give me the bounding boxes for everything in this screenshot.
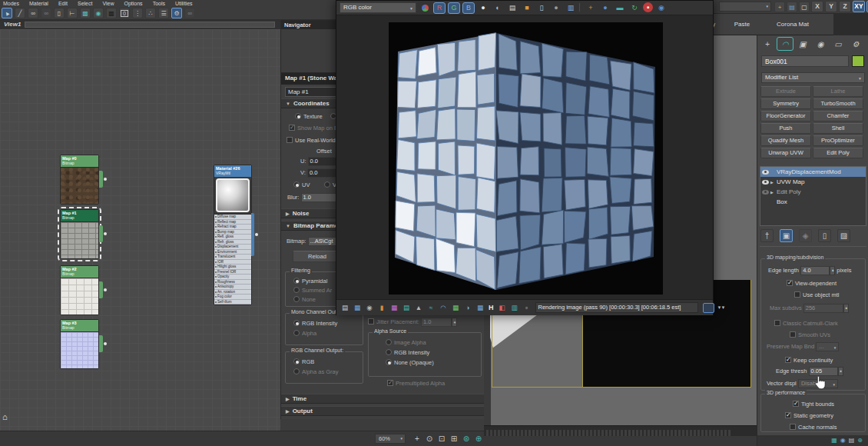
copy-to-clipboard-icon[interactable]: ▯ [535, 2, 548, 14]
object-name-field[interactable]: Box001 [761, 55, 849, 67]
alpha-rgb-intensity-radio[interactable]: RGB Intensity [386, 348, 429, 357]
track-mouse-icon[interactable]: ◉ [655, 2, 668, 14]
zero-smoothing-icon[interactable]: 0 [119, 8, 130, 18]
show-background-icon[interactable]: ▩ [106, 8, 117, 18]
zoom-region-icon[interactable]: ⊡ [436, 433, 447, 444]
zoom-extents-icon[interactable]: ⊞ [449, 433, 459, 444]
zoom-tool-icon[interactable]: ⊙ [424, 433, 435, 444]
node-map0-header[interactable]: Map #0Bitmap [61, 155, 98, 167]
layout-children-icon[interactable]: ⋮ [132, 8, 143, 18]
show-end-result-icon[interactable]: ▣ [780, 229, 793, 242]
menu-item-utilities[interactable]: Utilities [175, 0, 193, 7]
node-vraymtl-header[interactable]: Material #26VRayMtl [214, 165, 251, 177]
edge-length-row[interactable]: Edge length 4.0 pixels [768, 266, 851, 275]
icc-profile-icon[interactable]: ◑ [462, 302, 473, 313]
tab-strip[interactable] [25, 22, 275, 28]
delete-selected-icon[interactable]: ▯ [54, 8, 65, 18]
region-render-icon[interactable]: ● [599, 2, 611, 14]
footer-icon[interactable]: ◉ [840, 437, 846, 446]
menu-item-material[interactable]: Material [29, 0, 48, 7]
corona-mat-button[interactable]: Corona Mat [765, 18, 820, 31]
assign-material-icon[interactable]: ∞ [41, 8, 51, 18]
modifier-button[interactable]: Unwrap UVW [760, 148, 811, 158]
modifier-button[interactable]: FloorGenerator [760, 111, 811, 121]
node-map1[interactable]: Map #1Bitmap [60, 209, 99, 259]
rgb-radio[interactable]: RGB [293, 358, 314, 366]
motion-tab[interactable]: ◉ [812, 37, 829, 51]
connect-nodes-icon[interactable]: ⊢ [67, 8, 78, 18]
keep-continuity-checkbox[interactable]: Keep continuity [785, 356, 833, 365]
create-tab[interactable]: + [759, 37, 776, 51]
render-history-icon[interactable]: ● [550, 2, 562, 14]
monochrome-icon[interactable]: ◐ [492, 2, 504, 14]
render-map-icon[interactable]: ⚙ [171, 8, 182, 18]
pan-hand-icon[interactable]: + [412, 433, 422, 444]
exposure-icon[interactable]: ▤ [401, 302, 412, 313]
edge-thresh-row[interactable]: Edge thresh 0.05 [776, 367, 843, 376]
blue-channel-icon[interactable]: B [462, 2, 475, 14]
utilities-tab[interactable]: ⚙ [847, 37, 864, 51]
background-image-icon[interactable]: ▦ [475, 302, 485, 313]
output-socket[interactable] [104, 288, 107, 291]
node-map1-header[interactable]: Map #1Bitmap [61, 210, 98, 221]
curves-icon[interactable]: ◠ [438, 302, 449, 313]
named-selection-icon[interactable]: ▢ [799, 2, 810, 12]
none-filter-radio[interactable]: None [293, 295, 316, 304]
track-bar[interactable] [484, 425, 757, 436]
modifier-button[interactable]: Chamfer [813, 111, 863, 121]
remove-modifier-icon[interactable]: ▯ [818, 229, 831, 242]
compare-vertical-icon[interactable]: ▥ [509, 302, 520, 313]
display-tab[interactable]: ▭ [830, 37, 846, 51]
vector-displ-row[interactable]: Vector displ Disabled [767, 379, 838, 388]
node-map2-header[interactable]: Map #2Bitmap [61, 266, 98, 278]
select-by-material-icon[interactable]: ∞ [184, 8, 195, 18]
pin-stack-icon[interactable]: † [760, 229, 774, 242]
reload-button[interactable]: Reload [293, 251, 342, 262]
separator[interactable] [579, 2, 582, 12]
node-vraymtl[interactable]: Material #26VRayMtl Diffuse mapReflect m… [214, 165, 252, 305]
menu-item-modes[interactable]: Modes [3, 0, 19, 7]
render-last-icon[interactable]: ↻ [628, 2, 641, 14]
output-socket[interactable] [255, 233, 258, 236]
modifier-button[interactable]: Edit Poly [813, 148, 863, 158]
menu-item-edit[interactable]: Edit [58, 0, 68, 7]
output-socket[interactable] [104, 342, 107, 345]
duplicate-icon[interactable]: ▦ [352, 302, 363, 313]
none-opaque-radio[interactable]: None (Opaque) [386, 358, 434, 367]
modifier-button[interactable]: Quadify Mesh [760, 135, 811, 146]
layout-tree-icon[interactable]: ∴ [145, 8, 156, 18]
color-sampler-icon[interactable]: ▦ [389, 302, 399, 313]
use-object-mtl-checkbox[interactable]: Use object mtl [794, 291, 840, 300]
use-real-world-checkbox[interactable]: Use Real-World S [287, 136, 341, 145]
compare-horizontal-icon[interactable]: ◧ [497, 302, 508, 313]
tight-bounds-checkbox[interactable]: Tight bounds [793, 400, 834, 409]
paste-button[interactable]: Paste [724, 18, 760, 31]
red-channel-icon[interactable]: R [433, 2, 446, 14]
modifier-button[interactable]: Symmetry [760, 98, 811, 109]
hierarchy-tab[interactable]: ▣ [794, 37, 811, 51]
axis-constraint-button[interactable]: Y [825, 1, 837, 12]
modifier-button[interactable]: ProOptimizer [813, 135, 863, 146]
output-socket[interactable] [104, 178, 107, 181]
selection-set-dropdown[interactable] [719, 2, 771, 12]
stack-row[interactable]: ▶Box [760, 197, 866, 207]
stamp-icon[interactable]: ▬ [614, 2, 626, 14]
node-map2[interactable]: Map #2Bitmap [60, 265, 99, 315]
alpha-radio[interactable]: Alpha [293, 329, 316, 338]
modifier-button[interactable]: Lathe [813, 86, 863, 97]
canvas-zoom-select[interactable]: 60% [375, 434, 406, 444]
select-tool-icon[interactable]: ▲ [2, 8, 12, 18]
pick-material-icon[interactable]: ∞ [28, 8, 38, 18]
axis-constraint-button[interactable]: X [811, 1, 823, 12]
stack-row[interactable]: ▶Edit Poly [760, 187, 866, 197]
node-view-canvas[interactable]: Map #0Bitmap Map #1Bitmap Map #2Bitmap M… [0, 29, 280, 431]
menu-item-view[interactable]: View [102, 0, 114, 7]
edge-length-spinner[interactable] [830, 266, 835, 275]
lut-icon[interactable]: ▦ [450, 302, 461, 313]
edge-thresh-spinner[interactable] [838, 367, 843, 376]
white-balance-icon[interactable]: ▲ [413, 302, 424, 313]
compare-images-icon[interactable]: ▥ [565, 2, 577, 14]
visibility-eye-icon[interactable] [762, 190, 769, 195]
histogram-icon[interactable]: ▮ [376, 302, 387, 313]
configure-modifier-sets-icon[interactable]: ▨ [837, 229, 850, 242]
